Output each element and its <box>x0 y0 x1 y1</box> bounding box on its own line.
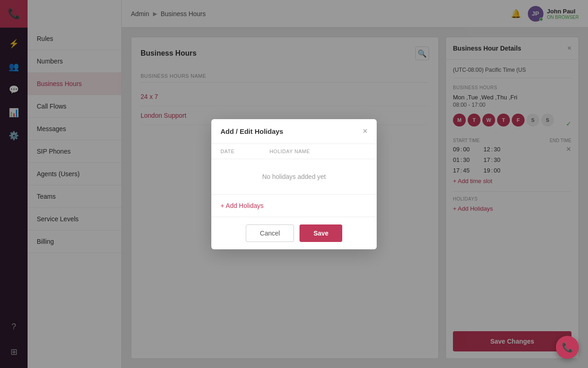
modal-footer: Cancel Save <box>211 217 377 249</box>
modal-dialog: Add / Edit Holidays × DATE HOLIDAY NAME … <box>211 119 377 249</box>
modal-cancel-button[interactable]: Cancel <box>246 224 294 242</box>
phone-fab-icon: 📞 <box>562 342 573 353</box>
modal-close-button[interactable]: × <box>362 126 368 136</box>
modal-col-holiday-name: HOLIDAY NAME <box>270 149 368 154</box>
modal-col-headers: DATE HOLIDAY NAME <box>211 144 377 159</box>
modal-add-holidays-link[interactable]: + Add Holidays <box>211 195 377 217</box>
modal-overlay: Add / Edit Holidays × DATE HOLIDAY NAME … <box>0 0 588 368</box>
modal-title: Add / Edit Holidays <box>220 127 283 135</box>
modal-col-date: DATE <box>220 149 270 154</box>
modal-header: Add / Edit Holidays × <box>211 119 377 144</box>
modal-save-button[interactable]: Save <box>300 224 342 242</box>
phone-fab-button[interactable]: 📞 <box>556 336 579 359</box>
modal-empty-message: No holidays added yet <box>211 159 377 195</box>
